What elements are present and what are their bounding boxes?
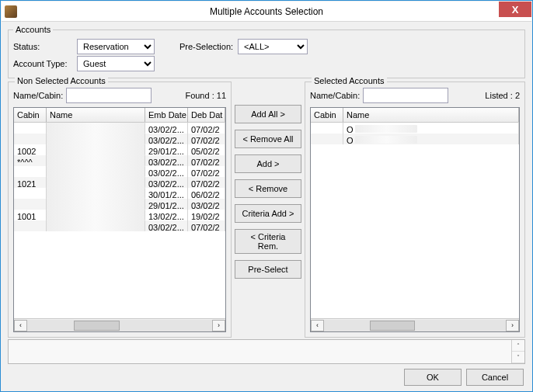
preselection-select[interactable]: <ALL> xyxy=(238,39,308,54)
cell-name xyxy=(47,134,145,144)
spin-up-icon[interactable]: ˄ xyxy=(512,340,524,352)
cell-name: O xyxy=(343,134,519,144)
cell-emb: 30/01/2... xyxy=(145,188,188,199)
selected-title: Selected Accounts xyxy=(312,76,387,85)
cell-cabin xyxy=(14,123,47,134)
cell-cabin: 1001 xyxy=(14,210,47,220)
cell-deb: 06/02/2 xyxy=(188,188,225,199)
cell-cabin xyxy=(14,199,47,210)
col-cabin[interactable]: Cabin xyxy=(14,108,47,122)
cell-deb: 07/02/2 xyxy=(188,166,225,177)
criteria-add-button[interactable]: Criteria Add > xyxy=(235,204,301,223)
status-select[interactable]: Reservation xyxy=(77,39,155,54)
ok-button[interactable]: OK xyxy=(404,369,462,386)
close-button[interactable]: X xyxy=(499,2,531,17)
cell-deb: 07/02/2 xyxy=(188,134,225,144)
add-button[interactable]: Add > xyxy=(235,154,301,173)
non-selected-grid[interactable]: Cabin Name Emb Date Deb Dat 03/02/2...07… xyxy=(13,107,226,332)
left-hscroll[interactable]: ‹ › xyxy=(14,318,225,331)
cell-cabin: 1021 xyxy=(14,177,47,188)
transfer-buttons: Add All > < Remove All Add > < Remove Cr… xyxy=(235,82,301,338)
table-row[interactable]: 29/01/2...03/02/2 xyxy=(14,199,225,210)
window-title: Multiple Accounts Selection xyxy=(5,6,528,17)
cell-deb: 07/02/2 xyxy=(188,220,225,231)
account-type-label: Account Type: xyxy=(13,59,72,68)
cell-emb: 03/02/2... xyxy=(145,166,188,177)
window: Multiple Accounts Selection X Accounts S… xyxy=(0,0,533,392)
cell-emb: 13/02/2... xyxy=(145,210,188,220)
table-row[interactable]: 03/02/2...07/02/2 xyxy=(14,166,225,177)
col-emb-date[interactable]: Emb Date xyxy=(145,108,188,122)
cell-deb: 19/02/2 xyxy=(188,210,225,220)
cell-emb: 03/02/2... xyxy=(145,177,188,188)
cell-name xyxy=(47,123,145,134)
table-row[interactable]: *^^^03/02/2...07/02/2 xyxy=(14,155,225,166)
cell-name xyxy=(47,210,145,220)
cell-name xyxy=(47,220,145,231)
remove-all-button[interactable]: < Remove All xyxy=(235,130,301,148)
cancel-button[interactable]: Cancel xyxy=(466,369,524,386)
col-name[interactable]: Name xyxy=(343,108,519,122)
table-row[interactable]: 100113/02/2...19/02/2 xyxy=(14,210,225,220)
cell-emb: 03/02/2... xyxy=(145,123,188,134)
add-all-button[interactable]: Add All > xyxy=(235,105,301,123)
left-search-input[interactable] xyxy=(66,88,152,103)
scroll-thumb[interactable] xyxy=(370,321,416,331)
accounts-legend: Accounts xyxy=(13,25,53,34)
cell-name xyxy=(47,177,145,188)
footer: OK Cancel xyxy=(8,367,525,386)
cell-emb: 29/01/2... xyxy=(145,144,188,155)
found-label: Found : 11 xyxy=(185,91,226,100)
criteria-remove-button[interactable]: < Criteria Rem. xyxy=(235,229,301,254)
preselection-label: Pre-Selection: xyxy=(179,42,233,51)
table-row[interactable]: 03/02/2...07/02/2 xyxy=(14,134,225,144)
left-search-label: Name/Cabin: xyxy=(13,91,63,100)
col-name[interactable]: Name xyxy=(47,108,145,122)
cell-cabin xyxy=(14,134,47,144)
cell-deb: 07/02/2 xyxy=(188,123,225,134)
cell-emb: 03/02/2... xyxy=(145,134,188,144)
spin-down-icon[interactable]: ˅ xyxy=(512,352,524,363)
window-body: Accounts Status: Reservation Pre-Selecti… xyxy=(2,22,531,390)
col-deb-date[interactable]: Deb Dat xyxy=(188,108,225,122)
table-row[interactable]: O xyxy=(311,134,519,144)
cell-deb: 05/02/2 xyxy=(188,144,225,155)
scroll-right-icon[interactable]: › xyxy=(212,320,225,331)
cell-emb: 03/02/2... xyxy=(145,220,188,231)
right-search-label: Name/Cabin: xyxy=(310,91,360,100)
titlebar: Multiple Accounts Selection X xyxy=(2,2,531,22)
table-row[interactable]: 30/01/2...06/02/2 xyxy=(14,188,225,199)
col-cabin[interactable]: Cabin xyxy=(311,108,343,122)
table-row[interactable]: 03/02/2...07/02/2 xyxy=(14,220,225,231)
cell-cabin xyxy=(311,123,343,134)
cell-emb: 03/02/2... xyxy=(145,155,188,166)
selected-grid[interactable]: Cabin Name OO ‹ › xyxy=(310,107,520,332)
cell-cabin xyxy=(14,220,47,231)
cell-cabin xyxy=(14,166,47,177)
cell-cabin: 1002 xyxy=(14,144,47,155)
cell-deb: 07/02/2 xyxy=(188,177,225,188)
cell-name xyxy=(47,188,145,199)
scroll-left-icon[interactable]: ‹ xyxy=(14,320,27,331)
scroll-thumb[interactable] xyxy=(74,321,120,331)
table-row[interactable]: 03/02/2...07/02/2 xyxy=(14,123,225,134)
status-bar: ˄ ˅ xyxy=(8,339,525,364)
table-row[interactable]: O xyxy=(311,123,519,134)
cell-deb: 07/02/2 xyxy=(188,155,225,166)
cell-cabin xyxy=(14,188,47,199)
right-hscroll[interactable]: ‹ › xyxy=(311,318,519,331)
right-search-input[interactable] xyxy=(363,88,448,103)
listed-label: Listed : 2 xyxy=(485,91,520,100)
status-spinner[interactable]: ˄ ˅ xyxy=(511,340,524,363)
account-type-select[interactable]: Guest xyxy=(77,56,155,71)
scroll-left-icon[interactable]: ‹ xyxy=(311,320,324,331)
scroll-right-icon[interactable]: › xyxy=(506,320,519,331)
remove-button[interactable]: < Remove xyxy=(235,179,301,198)
cell-emb: 29/01/2... xyxy=(145,199,188,210)
table-row[interactable]: 100229/01/2...05/02/2 xyxy=(14,144,225,155)
table-row[interactable]: 102103/02/2...07/02/2 xyxy=(14,177,225,188)
preselect-button[interactable]: Pre-Select xyxy=(235,260,301,279)
accounts-group: Accounts Status: Reservation Pre-Selecti… xyxy=(8,25,525,78)
cell-name: O xyxy=(343,123,519,134)
cell-name xyxy=(47,166,145,177)
